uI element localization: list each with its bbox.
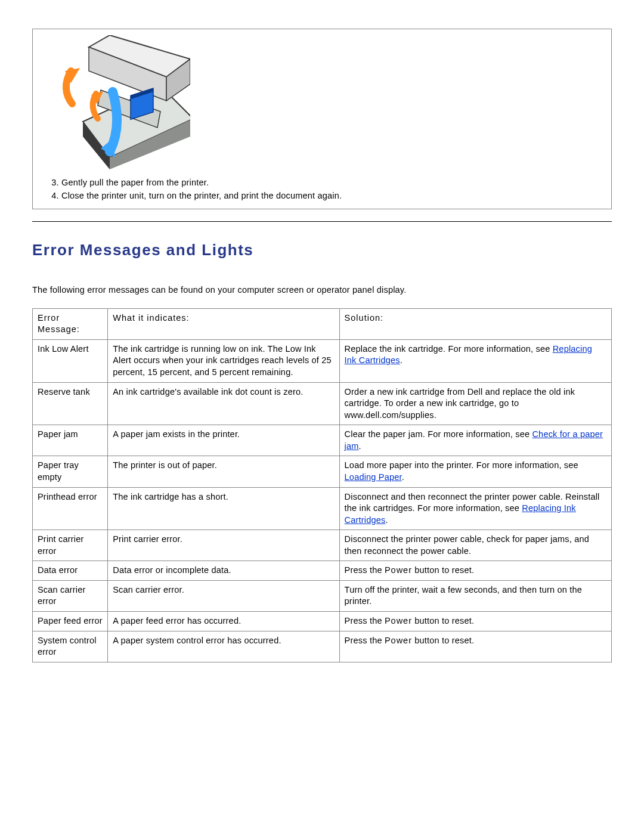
cell-solution: Press the Power button to reset. (339, 631, 611, 662)
header-indicates: What it indicates: (108, 308, 339, 339)
top-instruction-box: Gently pull the paper from the printer. … (32, 29, 612, 209)
cell-message: Reserve tank (33, 382, 108, 425)
cell-message: Paper feed error (33, 612, 108, 631)
cell-message: System control error (33, 631, 108, 662)
instruction-steps: Gently pull the paper from the printer. … (41, 177, 603, 202)
doc-link[interactable]: Check for a paper jam (345, 429, 603, 451)
step-3: Gently pull the paper from the printer. (61, 177, 603, 189)
cell-indicates: An ink cartridge's available ink dot cou… (108, 382, 339, 425)
doc-link[interactable]: Replacing Ink Cartridges (345, 344, 592, 366)
cell-message: Paper jam (33, 425, 108, 456)
cell-message: Paper tray empty (33, 456, 108, 487)
cell-indicates: Print carrier error. (108, 530, 339, 561)
cell-indicates: A paper system control error has occurre… (108, 631, 339, 662)
section-heading: Error Messages and Lights (32, 240, 612, 261)
cell-indicates: Data error or incomplete data. (108, 561, 339, 581)
cell-indicates: The ink cartridge is running low on ink.… (108, 339, 339, 382)
printer-illustration (41, 35, 190, 172)
power-label: Power (385, 565, 412, 575)
section-intro: The following error messages can be foun… (32, 284, 612, 296)
cell-solution: Load more paper into the printer. For mo… (339, 456, 611, 487)
cell-solution: Disconnect and then reconnect the printe… (339, 487, 611, 530)
table-row: Printhead errorThe ink cartridge has a s… (33, 487, 612, 530)
cell-message: Printhead error (33, 487, 108, 530)
doc-link[interactable]: Loading Paper (345, 472, 402, 482)
table-row: Reserve tankAn ink cartridge's available… (33, 382, 612, 425)
table-row: Paper feed errorA paper feed error has o… (33, 612, 612, 631)
doc-link[interactable]: Replacing Ink Cartridges (345, 503, 576, 525)
cell-solution: Replace the ink cartridge. For more info… (339, 339, 611, 382)
cell-indicates: A paper jam exists in the printer. (108, 425, 339, 456)
header-message: Error Message: (33, 308, 108, 339)
power-label: Power (385, 616, 412, 625)
error-messages-table: Error Message: What it indicates: Soluti… (32, 308, 612, 662)
table-row: Print carrier errorPrint carrier error.D… (33, 530, 612, 561)
cell-message: Ink Low Alert (33, 339, 108, 382)
cell-solution: Clear the paper jam. For more informatio… (339, 425, 611, 456)
power-label: Power (385, 636, 412, 645)
cell-message: Scan carrier error (33, 580, 108, 611)
cell-message: Data error (33, 561, 108, 581)
step-4: Close the printer unit, turn on the prin… (61, 190, 603, 202)
cell-indicates: A paper feed error has occurred. (108, 612, 339, 631)
header-solution: Solution: (339, 308, 611, 339)
cell-message: Print carrier error (33, 530, 108, 561)
cell-indicates: Scan carrier error. (108, 580, 339, 611)
table-header-row: Error Message: What it indicates: Soluti… (33, 308, 612, 339)
cell-solution: Press the Power button to reset. (339, 612, 611, 631)
cell-indicates: The ink cartridge has a short. (108, 487, 339, 530)
cell-solution: Order a new ink cartridge from Dell and … (339, 382, 611, 425)
table-row: Scan carrier errorScan carrier error.Tur… (33, 580, 612, 611)
section-divider (32, 221, 612, 222)
table-row: System control errorA paper system contr… (33, 631, 612, 662)
cell-solution: Turn off the printer, wait a few seconds… (339, 580, 611, 611)
cell-solution: Press the Power button to reset. (339, 561, 611, 581)
table-row: Paper jamA paper jam exists in the print… (33, 425, 612, 456)
table-row: Data errorData error or incomplete data.… (33, 561, 612, 581)
cell-indicates: The printer is out of paper. (108, 456, 339, 487)
table-row: Ink Low AlertThe ink cartridge is runnin… (33, 339, 612, 382)
table-row: Paper tray emptyThe printer is out of pa… (33, 456, 612, 487)
cell-solution: Disconnect the printer power cable, chec… (339, 530, 611, 561)
